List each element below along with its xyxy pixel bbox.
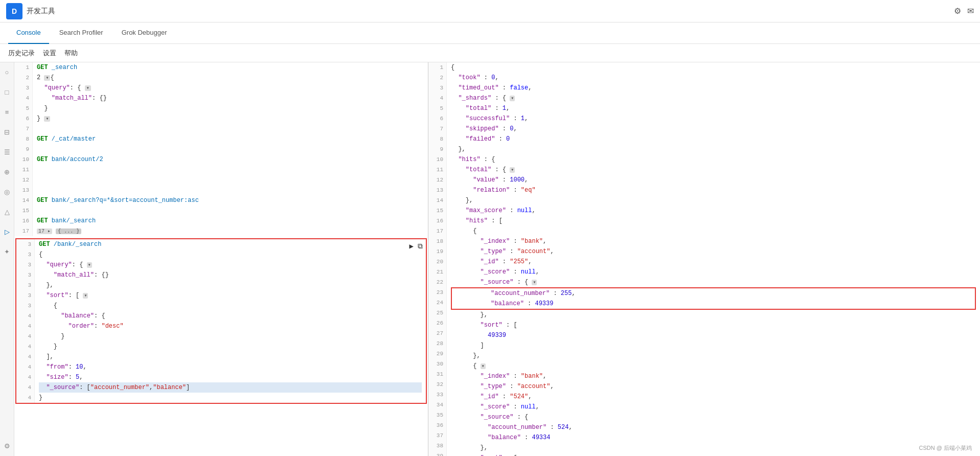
result-line: { — [451, 62, 976, 73]
sidebar-icon-graph[interactable]: △ — [3, 206, 12, 218]
result-line: "balance" : 49334 — [451, 432, 976, 443]
code-line: } — [39, 331, 422, 341]
result-line: "total" : 1, — [451, 103, 976, 113]
code-line: } ▾ — [37, 113, 424, 124]
toolbar-settings[interactable]: 设置 — [43, 49, 56, 58]
code-top: GET _search 2 ▾{ "query": { ▾ "match_all… — [33, 62, 428, 236]
watermark: CSDN @ 后端小菜鸡 — [919, 444, 972, 452]
mail-icon[interactable]: ✉ — [967, 6, 974, 16]
tab-grok-debugger[interactable]: Grok Debugger — [113, 22, 175, 44]
code-line — [37, 165, 424, 175]
settings-icon[interactable]: ⚙ — [954, 6, 961, 16]
sidebar-icon-dashboard[interactable]: ⊟ — [2, 126, 12, 138]
result-code: { "took" : 0, "timed_out" : false, "_sha… — [447, 62, 980, 456]
sidebar-icon-ml[interactable]: ◎ — [2, 186, 12, 198]
code-line: "query": { ▾ — [39, 260, 422, 270]
code-line: 2 ▾{ — [37, 73, 424, 83]
left-sidebar: ○ □ ≡ ⊟ ☰ ⊕ ◎ △ ▷ ✦ ⚙ — [0, 62, 14, 456]
code-line: "sort": [ ▾ — [39, 290, 422, 301]
code-line: } — [39, 341, 422, 352]
result-line: "_index" : "bank", — [451, 236, 976, 246]
result-line: "_source" : { ▾ — [451, 277, 976, 287]
tab-console[interactable]: Console — [8, 22, 49, 44]
code-line: GET /bank/_search — [39, 239, 422, 249]
code-line: "match_all": {} — [37, 93, 424, 103]
code-line — [37, 206, 424, 216]
code-line — [37, 144, 424, 154]
result-line: "value" : 1000, — [451, 175, 976, 185]
code-line: GET _search — [37, 62, 424, 73]
result-line: }, — [451, 310, 976, 320]
sidebar-icon-home[interactable]: ○ — [3, 66, 11, 78]
code-line: GET bank/account/2 — [37, 154, 424, 165]
result-line: }, — [451, 195, 976, 206]
result-line: "sort" : [ — [451, 453, 976, 456]
code-line: "size": 5, — [39, 372, 422, 382]
code-line — [37, 124, 424, 134]
result-content: 1 2 3 4 5 6 7 8 9 10 11 12 13 14 15 16 1 — [428, 62, 980, 456]
sidebar-icon-canvas[interactable]: ☰ — [2, 146, 12, 158]
result-line: "_source" : { — [451, 412, 976, 422]
main-content: ○ □ ≡ ⊟ ☰ ⊕ ◎ △ ▷ ✦ ⚙ 1 2 3 4 5 6 7 8 — [0, 62, 980, 456]
app-title: 开发工具 — [27, 7, 954, 16]
query-block-actions: ▶ ⧉ — [409, 241, 423, 252]
sidebar-icon-maps[interactable]: ⊕ — [2, 166, 12, 178]
result-line: "total" : { ▾ — [451, 165, 976, 175]
result-line: "_id" : "524", — [451, 392, 976, 402]
code-line: "from": 10, — [39, 362, 422, 372]
nav-tabs: Console Search Profiler Grok Debugger — [0, 22, 980, 44]
code-line: GET bank/_search?q=*&sort=account_number… — [37, 195, 424, 206]
result-line-highlighted: "balance" : 49339 — [454, 299, 973, 309]
run-button[interactable]: ▶ — [409, 241, 414, 252]
result-line: "took" : 0, — [451, 73, 976, 83]
toolbar: 历史记录 设置 帮助 — [0, 44, 980, 62]
query-block-content: 3 3 3 3 3 3 3 4 4 4 4 4 4 4 4 — [16, 239, 426, 403]
toolbar-history[interactable]: 历史记录 — [8, 49, 35, 58]
top-editor-pane: 1 2 3 4 5 6 7 8 9 10 11 12 13 14 15 16 1 — [14, 62, 428, 236]
result-line: }, — [451, 351, 976, 361]
result-line: "_index" : "bank", — [451, 371, 976, 381]
sidebar-icon-discover[interactable]: □ — [3, 86, 11, 98]
sidebar-icon-devtools[interactable]: ▷ — [3, 226, 12, 238]
result-line: { — [451, 226, 976, 236]
code-line: 17 ▸ { ... } — [37, 226, 424, 236]
sidebar-icon-management[interactable]: ⚙ — [2, 440, 12, 452]
result-line-numbers: 1 2 3 4 5 6 7 8 9 10 11 12 13 14 15 16 1 — [428, 62, 447, 456]
result-line: "max_score" : null, — [451, 206, 976, 216]
editor-area: 1 2 3 4 5 6 7 8 9 10 11 12 13 14 15 16 1 — [14, 62, 428, 456]
result-line: "timed_out" : false, — [451, 83, 976, 93]
code-line: } — [37, 103, 424, 113]
result-line: }, — [451, 443, 976, 453]
code-line: } — [39, 393, 422, 403]
line-numbers-top: 1 2 3 4 5 6 7 8 9 10 11 12 13 14 15 16 1 — [14, 62, 33, 236]
result-line: "_type" : "account", — [451, 246, 976, 257]
code-line: GET bank/_search — [37, 216, 424, 226]
query-block-code: GET /bank/_search { "query": { ▾ "match_… — [35, 239, 426, 403]
code-line — [37, 185, 424, 195]
code-line: "balance": { — [39, 311, 422, 321]
result-line: "relation" : "eq" — [451, 185, 976, 195]
result-line-highlighted: "account_number" : 255, — [454, 288, 973, 299]
app-logo: D — [6, 3, 22, 19]
query-block: ▶ ⧉ 3 3 3 3 3 3 3 4 4 4 — [15, 238, 427, 404]
right-panel: 1 2 3 4 5 6 7 8 9 10 11 12 13 14 15 16 1 — [428, 62, 980, 456]
result-line: }, — [451, 144, 976, 154]
sidebar-icon-monitoring[interactable]: ✦ — [2, 246, 12, 258]
result-line: "account_number" : 524, — [451, 422, 976, 432]
code-line: GET /_cat/master — [37, 134, 424, 144]
code-line — [37, 175, 424, 185]
code-line-highlighted: "_source": ["account_number","balance"] — [39, 382, 422, 393]
result-line: "hits" : [ — [451, 216, 976, 226]
result-line: "successful" : 1, — [451, 113, 976, 124]
toolbar-help[interactable]: 帮助 — [64, 49, 78, 58]
result-line: ] — [451, 340, 976, 351]
code-line: "query": { ▾ — [37, 83, 424, 93]
copy-as-curl-button[interactable]: ⧉ — [418, 241, 423, 252]
code-line: { — [39, 249, 422, 260]
tab-search-profiler[interactable]: Search Profiler — [51, 22, 111, 44]
result-line: "failed" : 0 — [451, 134, 976, 144]
code-line: { — [39, 301, 422, 311]
result-highlight-block: "account_number" : 255, "balance" : 4933… — [451, 287, 976, 310]
sidebar-icon-visualize[interactable]: ≡ — [3, 106, 11, 118]
result-area: 1 2 3 4 5 6 7 8 9 10 11 12 13 14 15 16 1 — [428, 62, 980, 456]
